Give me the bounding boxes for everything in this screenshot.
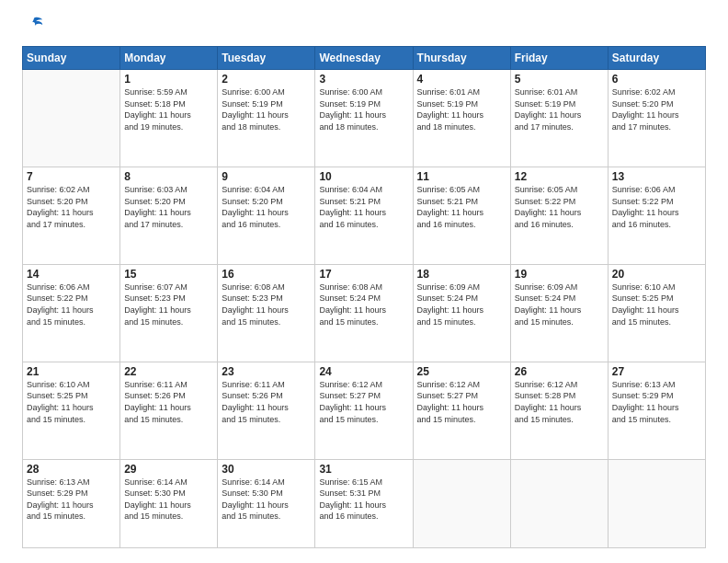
table-cell xyxy=(510,459,608,547)
table-cell: 18Sunrise: 6:09 AM Sunset: 5:24 PM Dayli… xyxy=(413,264,510,362)
table-cell: 12Sunrise: 6:05 AM Sunset: 5:22 PM Dayli… xyxy=(510,167,608,264)
col-sunday: Sunday xyxy=(23,47,120,70)
day-info: Sunrise: 6:03 AM Sunset: 5:20 PM Dayligh… xyxy=(124,184,213,230)
day-number: 2 xyxy=(222,73,311,86)
day-info: Sunrise: 6:12 AM Sunset: 5:27 PM Dayligh… xyxy=(417,379,506,425)
calendar-table: Sunday Monday Tuesday Wednesday Thursday… xyxy=(22,46,706,548)
day-info: Sunrise: 6:06 AM Sunset: 5:22 PM Dayligh… xyxy=(612,184,701,230)
day-info: Sunrise: 6:04 AM Sunset: 5:20 PM Dayligh… xyxy=(222,184,311,230)
table-cell: 22Sunrise: 6:11 AM Sunset: 5:26 PM Dayli… xyxy=(120,362,218,459)
day-number: 19 xyxy=(515,268,604,281)
table-cell: 17Sunrise: 6:08 AM Sunset: 5:24 PM Dayli… xyxy=(315,264,413,362)
day-info: Sunrise: 6:04 AM Sunset: 5:21 PM Dayligh… xyxy=(319,184,408,230)
col-monday: Monday xyxy=(120,47,218,70)
header xyxy=(22,18,706,35)
page: Sunday Monday Tuesday Wednesday Thursday… xyxy=(0,0,728,563)
day-number: 20 xyxy=(612,268,701,281)
table-cell xyxy=(23,70,120,167)
day-info: Sunrise: 6:15 AM Sunset: 5:31 PM Dayligh… xyxy=(319,477,408,523)
day-number: 26 xyxy=(515,365,604,378)
day-info: Sunrise: 6:11 AM Sunset: 5:26 PM Dayligh… xyxy=(124,379,213,425)
day-number: 15 xyxy=(124,268,213,281)
table-cell: 28Sunrise: 6:13 AM Sunset: 5:29 PM Dayli… xyxy=(23,459,120,547)
day-number: 11 xyxy=(417,170,506,183)
table-cell: 26Sunrise: 6:12 AM Sunset: 5:28 PM Dayli… xyxy=(510,362,608,459)
table-cell: 3Sunrise: 6:00 AM Sunset: 5:19 PM Daylig… xyxy=(315,70,413,167)
table-cell: 14Sunrise: 6:06 AM Sunset: 5:22 PM Dayli… xyxy=(23,264,120,362)
day-number: 16 xyxy=(222,268,311,281)
day-info: Sunrise: 6:06 AM Sunset: 5:22 PM Dayligh… xyxy=(27,282,116,327)
col-wednesday: Wednesday xyxy=(315,47,413,70)
table-cell xyxy=(413,459,510,547)
table-cell: 15Sunrise: 6:07 AM Sunset: 5:23 PM Dayli… xyxy=(120,264,218,362)
table-cell: 9Sunrise: 6:04 AM Sunset: 5:20 PM Daylig… xyxy=(218,167,315,264)
day-number: 14 xyxy=(27,268,116,281)
col-tuesday: Tuesday xyxy=(218,47,315,70)
table-cell: 5Sunrise: 6:01 AM Sunset: 5:19 PM Daylig… xyxy=(510,70,608,167)
day-number: 13 xyxy=(612,170,701,183)
table-cell: 2Sunrise: 6:00 AM Sunset: 5:19 PM Daylig… xyxy=(218,70,315,167)
day-info: Sunrise: 6:01 AM Sunset: 5:19 PM Dayligh… xyxy=(515,86,604,132)
day-info: Sunrise: 6:08 AM Sunset: 5:24 PM Dayligh… xyxy=(319,282,408,327)
col-friday: Friday xyxy=(510,47,608,70)
day-number: 10 xyxy=(319,170,408,183)
day-number: 17 xyxy=(319,268,408,281)
day-info: Sunrise: 6:07 AM Sunset: 5:23 PM Dayligh… xyxy=(124,282,213,327)
day-number: 28 xyxy=(27,463,116,476)
day-number: 30 xyxy=(222,463,311,476)
day-info: Sunrise: 6:10 AM Sunset: 5:25 PM Dayligh… xyxy=(612,282,701,327)
table-cell: 1Sunrise: 5:59 AM Sunset: 5:18 PM Daylig… xyxy=(120,70,218,167)
day-number: 18 xyxy=(417,268,506,281)
day-info: Sunrise: 6:00 AM Sunset: 5:19 PM Dayligh… xyxy=(222,86,311,132)
table-cell: 31Sunrise: 6:15 AM Sunset: 5:31 PM Dayli… xyxy=(315,459,413,547)
day-info: Sunrise: 6:02 AM Sunset: 5:20 PM Dayligh… xyxy=(27,184,116,230)
table-cell: 23Sunrise: 6:11 AM Sunset: 5:26 PM Dayli… xyxy=(218,362,315,459)
day-info: Sunrise: 6:00 AM Sunset: 5:19 PM Dayligh… xyxy=(319,86,408,132)
table-cell: 7Sunrise: 6:02 AM Sunset: 5:20 PM Daylig… xyxy=(23,167,120,264)
day-info: Sunrise: 6:14 AM Sunset: 5:30 PM Dayligh… xyxy=(124,477,213,523)
day-info: Sunrise: 5:59 AM Sunset: 5:18 PM Dayligh… xyxy=(124,86,213,132)
day-number: 9 xyxy=(222,170,311,183)
logo-bird-icon xyxy=(24,15,44,35)
col-saturday: Saturday xyxy=(608,47,705,70)
day-number: 1 xyxy=(124,73,213,86)
day-info: Sunrise: 6:12 AM Sunset: 5:27 PM Dayligh… xyxy=(319,379,408,425)
day-info: Sunrise: 6:14 AM Sunset: 5:30 PM Dayligh… xyxy=(222,477,311,523)
day-number: 24 xyxy=(319,365,408,378)
table-cell: 10Sunrise: 6:04 AM Sunset: 5:21 PM Dayli… xyxy=(315,167,413,264)
day-number: 31 xyxy=(319,463,408,476)
day-number: 27 xyxy=(612,365,701,378)
table-cell: 19Sunrise: 6:09 AM Sunset: 5:24 PM Dayli… xyxy=(510,264,608,362)
table-cell: 30Sunrise: 6:14 AM Sunset: 5:30 PM Dayli… xyxy=(218,459,315,547)
day-info: Sunrise: 6:13 AM Sunset: 5:29 PM Dayligh… xyxy=(612,379,701,425)
day-info: Sunrise: 6:08 AM Sunset: 5:23 PM Dayligh… xyxy=(222,282,311,327)
day-info: Sunrise: 6:13 AM Sunset: 5:29 PM Dayligh… xyxy=(27,477,116,523)
day-number: 6 xyxy=(612,73,701,86)
day-info: Sunrise: 6:10 AM Sunset: 5:25 PM Dayligh… xyxy=(27,379,116,425)
table-cell: 6Sunrise: 6:02 AM Sunset: 5:20 PM Daylig… xyxy=(608,70,705,167)
day-info: Sunrise: 6:11 AM Sunset: 5:26 PM Dayligh… xyxy=(222,379,311,425)
col-thursday: Thursday xyxy=(413,47,510,70)
calendar-header-row: Sunday Monday Tuesday Wednesday Thursday… xyxy=(23,47,706,70)
table-cell: 29Sunrise: 6:14 AM Sunset: 5:30 PM Dayli… xyxy=(120,459,218,547)
day-info: Sunrise: 6:09 AM Sunset: 5:24 PM Dayligh… xyxy=(417,282,506,327)
table-cell: 8Sunrise: 6:03 AM Sunset: 5:20 PM Daylig… xyxy=(120,167,218,264)
day-number: 22 xyxy=(124,365,213,378)
day-number: 25 xyxy=(417,365,506,378)
table-cell: 4Sunrise: 6:01 AM Sunset: 5:19 PM Daylig… xyxy=(413,70,510,167)
day-number: 23 xyxy=(222,365,311,378)
day-info: Sunrise: 6:05 AM Sunset: 5:22 PM Dayligh… xyxy=(515,184,604,230)
table-cell: 13Sunrise: 6:06 AM Sunset: 5:22 PM Dayli… xyxy=(608,167,705,264)
day-number: 3 xyxy=(319,73,408,86)
day-info: Sunrise: 6:05 AM Sunset: 5:21 PM Dayligh… xyxy=(417,184,506,230)
table-cell: 21Sunrise: 6:10 AM Sunset: 5:25 PM Dayli… xyxy=(23,362,120,459)
table-cell: 27Sunrise: 6:13 AM Sunset: 5:29 PM Dayli… xyxy=(608,362,705,459)
day-number: 29 xyxy=(124,463,213,476)
day-info: Sunrise: 6:12 AM Sunset: 5:28 PM Dayligh… xyxy=(515,379,604,425)
table-cell xyxy=(608,459,705,547)
table-cell: 20Sunrise: 6:10 AM Sunset: 5:25 PM Dayli… xyxy=(608,264,705,362)
table-cell: 24Sunrise: 6:12 AM Sunset: 5:27 PM Dayli… xyxy=(315,362,413,459)
day-number: 8 xyxy=(124,170,213,183)
day-info: Sunrise: 6:02 AM Sunset: 5:20 PM Dayligh… xyxy=(612,86,701,132)
day-number: 12 xyxy=(515,170,604,183)
